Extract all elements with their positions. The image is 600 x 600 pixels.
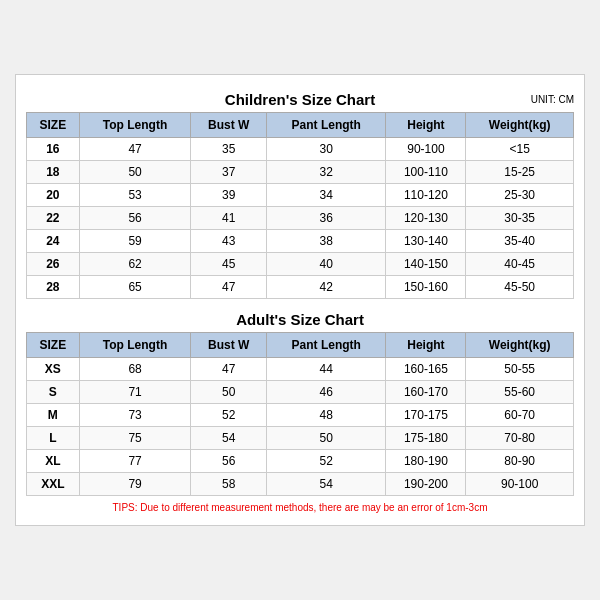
table-cell: 90-100 xyxy=(386,138,466,161)
table-cell: 47 xyxy=(191,276,267,299)
col-header-bust-w: Bust W xyxy=(191,113,267,138)
table-row: 24594338130-14035-40 xyxy=(27,230,574,253)
table-cell: 47 xyxy=(191,358,267,381)
col-header-size: SIZE xyxy=(27,113,80,138)
table-cell: 68 xyxy=(79,358,191,381)
table-cell: 75 xyxy=(79,427,191,450)
table-cell: 80-90 xyxy=(466,450,574,473)
table-cell: 36 xyxy=(267,207,386,230)
table-cell: M xyxy=(27,404,80,427)
table-cell: 110-120 xyxy=(386,184,466,207)
table-row: M735248170-17560-70 xyxy=(27,404,574,427)
table-cell: 77 xyxy=(79,450,191,473)
table-cell: 43 xyxy=(191,230,267,253)
table-cell: 54 xyxy=(191,427,267,450)
table-row: 22564136120-13030-35 xyxy=(27,207,574,230)
table-cell: 41 xyxy=(191,207,267,230)
adults-table: SIZE Top Length Bust W Pant Length Heigh… xyxy=(26,332,574,496)
table-cell: 50 xyxy=(267,427,386,450)
table-cell: 44 xyxy=(267,358,386,381)
table-cell: 52 xyxy=(267,450,386,473)
table-cell: 58 xyxy=(191,473,267,496)
table-cell: 100-110 xyxy=(386,161,466,184)
table-cell: 20 xyxy=(27,184,80,207)
table-row: XS684744160-16550-55 xyxy=(27,358,574,381)
chart-container: Children's Size Chart UNIT: CM SIZE Top … xyxy=(15,74,585,526)
table-cell: 53 xyxy=(79,184,191,207)
table-cell: 37 xyxy=(191,161,267,184)
table-cell: 24 xyxy=(27,230,80,253)
table-cell: 120-130 xyxy=(386,207,466,230)
adults-tbody: XS684744160-16550-55S715046160-17055-60M… xyxy=(27,358,574,496)
table-row: 18503732100-11015-25 xyxy=(27,161,574,184)
table-cell: 130-140 xyxy=(386,230,466,253)
table-cell: 15-25 xyxy=(466,161,574,184)
table-cell: <15 xyxy=(466,138,574,161)
adult-col-header-bust-w: Bust W xyxy=(191,333,267,358)
adult-col-header-weight: Weight(kg) xyxy=(466,333,574,358)
children-table: SIZE Top Length Bust W Pant Length Heigh… xyxy=(26,112,574,299)
col-header-pant-length: Pant Length xyxy=(267,113,386,138)
adult-col-header-top-length: Top Length xyxy=(79,333,191,358)
table-cell: 79 xyxy=(79,473,191,496)
table-row: 20533934110-12025-30 xyxy=(27,184,574,207)
adult-col-header-height: Height xyxy=(386,333,466,358)
table-cell: 42 xyxy=(267,276,386,299)
table-cell: 35-40 xyxy=(466,230,574,253)
table-cell: 26 xyxy=(27,253,80,276)
table-row: L755450175-18070-80 xyxy=(27,427,574,450)
table-row: S715046160-17055-60 xyxy=(27,381,574,404)
table-cell: 30 xyxy=(267,138,386,161)
table-cell: XXL xyxy=(27,473,80,496)
table-cell: 35 xyxy=(191,138,267,161)
table-cell: 140-150 xyxy=(386,253,466,276)
col-header-weight: Weight(kg) xyxy=(466,113,574,138)
table-row: 26624540140-15040-45 xyxy=(27,253,574,276)
adult-col-header-pant-length: Pant Length xyxy=(267,333,386,358)
table-cell: 52 xyxy=(191,404,267,427)
table-cell: 160-165 xyxy=(386,358,466,381)
table-cell: 46 xyxy=(267,381,386,404)
table-cell: 45-50 xyxy=(466,276,574,299)
table-cell: XL xyxy=(27,450,80,473)
table-cell: 55-60 xyxy=(466,381,574,404)
table-cell: 170-175 xyxy=(386,404,466,427)
table-cell: 56 xyxy=(191,450,267,473)
table-cell: 50-55 xyxy=(466,358,574,381)
table-cell: 34 xyxy=(267,184,386,207)
children-header-row: SIZE Top Length Bust W Pant Length Heigh… xyxy=(27,113,574,138)
table-row: XXL795854190-20090-100 xyxy=(27,473,574,496)
table-cell: 28 xyxy=(27,276,80,299)
table-cell: 175-180 xyxy=(386,427,466,450)
table-cell: 59 xyxy=(79,230,191,253)
table-cell: L xyxy=(27,427,80,450)
table-cell: 48 xyxy=(267,404,386,427)
table-cell: 38 xyxy=(267,230,386,253)
table-cell: 62 xyxy=(79,253,191,276)
table-cell: 90-100 xyxy=(466,473,574,496)
table-cell: 70-80 xyxy=(466,427,574,450)
table-row: XL775652180-19080-90 xyxy=(27,450,574,473)
table-cell: 73 xyxy=(79,404,191,427)
table-cell: 25-30 xyxy=(466,184,574,207)
unit-label: UNIT: CM xyxy=(531,93,574,104)
table-cell: 150-160 xyxy=(386,276,466,299)
table-cell: 16 xyxy=(27,138,80,161)
table-cell: XS xyxy=(27,358,80,381)
table-cell: 160-170 xyxy=(386,381,466,404)
table-cell: 60-70 xyxy=(466,404,574,427)
col-header-height: Height xyxy=(386,113,466,138)
table-cell: 30-35 xyxy=(466,207,574,230)
table-cell: 18 xyxy=(27,161,80,184)
table-cell: 40-45 xyxy=(466,253,574,276)
table-cell: 39 xyxy=(191,184,267,207)
table-cell: 45 xyxy=(191,253,267,276)
col-header-top-length: Top Length xyxy=(79,113,191,138)
table-row: 1647353090-100<15 xyxy=(27,138,574,161)
adults-title: Adult's Size Chart xyxy=(26,305,574,332)
children-tbody: 1647353090-100<1518503732100-11015-25205… xyxy=(27,138,574,299)
table-cell: S xyxy=(27,381,80,404)
table-cell: 56 xyxy=(79,207,191,230)
table-cell: 65 xyxy=(79,276,191,299)
table-cell: 190-200 xyxy=(386,473,466,496)
